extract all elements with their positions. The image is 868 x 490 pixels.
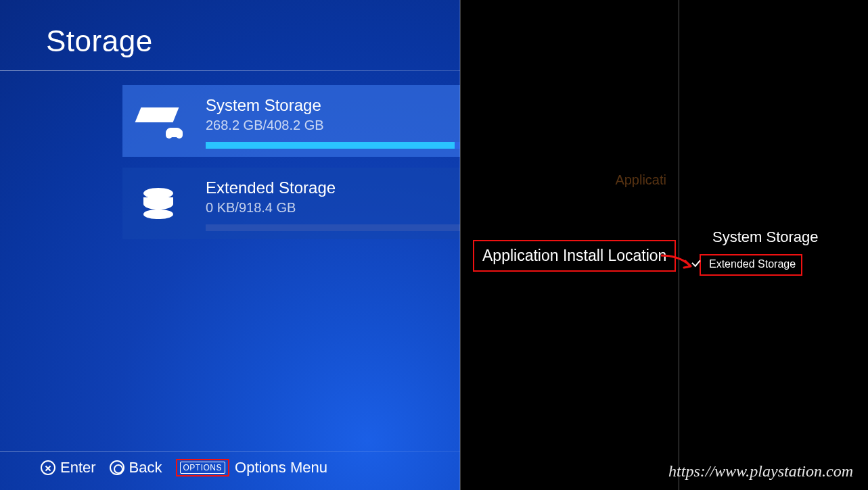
storage-item-system[interactable]: System Storage 268.2 GB/408.2 GB: [122, 85, 460, 157]
cross-button-icon: [41, 460, 55, 475]
dimmed-background-text: Applicati: [615, 172, 666, 188]
storage-item-extended[interactable]: Extended Storage 0 KB/918.4 GB: [122, 168, 460, 239]
storage-usage-fill: [206, 142, 455, 149]
storage-item-usage: 268.2 GB/408.2 GB: [206, 118, 324, 133]
console-icon: [122, 85, 194, 157]
hint-back-label: Back: [129, 459, 162, 476]
install-location-submenu: System Storage Extended Storage: [679, 0, 868, 490]
hint-enter-label: Enter: [60, 459, 96, 476]
annotation-box: OPTIONS: [176, 459, 230, 476]
storage-item-name: System Storage: [206, 96, 324, 115]
database-icon: [122, 168, 194, 239]
options-menu-panel: Applicati Application Install Location: [460, 0, 679, 490]
divider: [0, 451, 460, 452]
install-location-option-system[interactable]: System Storage: [703, 223, 828, 251]
hint-enter: Enter: [41, 459, 96, 476]
annotation-arrow: [660, 251, 700, 277]
install-location-option-extended[interactable]: Extended Storage: [709, 258, 796, 270]
annotation-box: Extended Storage: [700, 254, 802, 276]
hint-back: Back: [110, 459, 162, 476]
hint-options-label: Options Menu: [235, 459, 327, 476]
hint-options: OPTIONS Options Menu: [176, 459, 327, 476]
option-application-install-location[interactable]: Application Install Location: [473, 240, 676, 272]
divider: [0, 70, 460, 71]
options-button-icon: OPTIONS: [180, 462, 226, 474]
storage-item-usage: 0 KB/918.4 GB: [206, 200, 336, 216]
storage-item-name: Extended Storage: [206, 178, 336, 197]
watermark-url: https://www.playstation.com: [668, 462, 853, 481]
storage-panel: Storage System Storage 268.2 GB/408.2 GB: [0, 0, 460, 490]
control-hints: Enter Back OPTIONS Options Menu: [41, 456, 327, 479]
circle-button-icon: [110, 460, 124, 475]
page-title: Storage: [46, 24, 153, 58]
